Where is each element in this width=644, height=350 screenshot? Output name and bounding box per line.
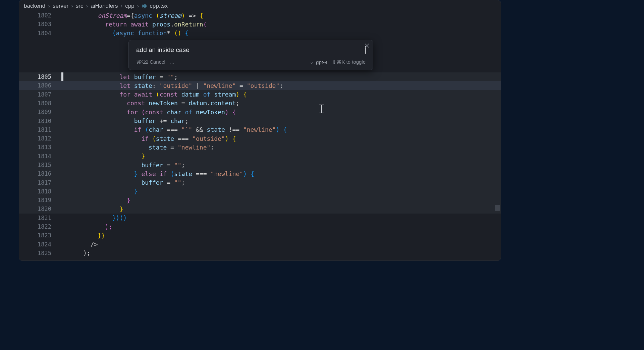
line-number: 1822 — [19, 223, 61, 230]
breadcrumb-sep: › — [137, 3, 139, 9]
line-number: 1813 — [19, 144, 61, 151]
line-number: 1817 — [19, 179, 61, 186]
line-number: 1807 — [19, 91, 61, 98]
code-line[interactable]: 1812 if (state === "outside") { — [19, 134, 501, 143]
code-line[interactable]: 1821 })() — [19, 214, 501, 222]
code-line[interactable]: 1822 ); — [19, 222, 501, 231]
code-line[interactable]: 1819 } — [19, 196, 501, 205]
code-line[interactable]: 1815 buffer = ""; — [19, 161, 501, 169]
line-number: 1808 — [19, 100, 61, 107]
line-number: 1816 — [19, 170, 61, 177]
code-line[interactable]: 1814 } — [19, 152, 501, 161]
line-number: 1818 — [19, 188, 61, 195]
code-line[interactable]: 1818 } — [19, 187, 501, 196]
ai-command-popup: add an inside case ⌘⌫ Cancel ... ⌄ gpt-4… — [128, 40, 373, 70]
breadcrumb-file[interactable]: cpp.tsx — [150, 3, 168, 9]
model-selector[interactable]: ⌄ gpt-4 — [310, 59, 327, 65]
line-number: 1811 — [19, 126, 61, 133]
breadcrumb-part[interactable]: src — [76, 3, 84, 9]
line-number: 1806 — [19, 82, 61, 89]
svg-point-0 — [144, 6, 145, 7]
close-icon[interactable] — [364, 43, 370, 48]
code-line[interactable]: 1804 (async function* () { — [19, 29, 501, 38]
react-file-icon — [142, 3, 147, 9]
toggle-hint: ⇧⌘K to toggle — [332, 59, 366, 65]
code-line[interactable]: 1813 state = "newline"; — [19, 143, 501, 152]
breadcrumb-part[interactable]: backend — [24, 3, 45, 9]
breadcrumb-part[interactable]: aiHandlers — [91, 3, 118, 9]
line-number: 1810 — [19, 118, 61, 124]
line-number: 1802 — [19, 12, 61, 19]
cancel-button[interactable]: ⌘⌫ Cancel — [136, 59, 165, 65]
code-line[interactable]: 1803 return await props.onReturn( — [19, 20, 501, 28]
line-number: 1805 — [19, 73, 61, 80]
code-line[interactable]: 1811 if (char === "`" && state !== "newl… — [19, 125, 501, 134]
code-line[interactable]: 1809 for (const char of newToken) { — [19, 108, 501, 116]
chevron-down-icon: ⌄ — [310, 59, 314, 65]
line-number: 1819 — [19, 197, 61, 203]
code-line[interactable]: 1817 buffer = ""; — [19, 178, 501, 187]
breadcrumb-sep: › — [71, 3, 73, 9]
editor-window: backend › server › src › aiHandlers › cp… — [19, 0, 501, 261]
breadcrumb-sep: › — [120, 3, 122, 9]
line-number: 1812 — [19, 135, 61, 142]
code-line[interactable]: 1823 }} — [19, 231, 501, 240]
line-number: 1814 — [19, 153, 61, 160]
line-number: 1809 — [19, 109, 61, 115]
code-line[interactable]: 1820 } — [19, 205, 501, 213]
breadcrumb-part[interactable]: cpp — [125, 3, 134, 9]
code-line[interactable]: 1825 ); — [19, 249, 501, 257]
line-number: 1824 — [19, 241, 61, 248]
line-number: 1803 — [19, 21, 61, 27]
breadcrumb-sep: › — [86, 3, 88, 9]
code-line[interactable]: 1806 let state: "outside" | "newline" = … — [19, 81, 501, 90]
cursor-line-marker — [61, 72, 63, 81]
line-number: 1820 — [19, 206, 61, 212]
line-number: 1823 — [19, 232, 61, 239]
code-line[interactable]: 1808 const newToken = datum.content; — [19, 99, 501, 108]
line-number: 1804 — [19, 30, 61, 37]
code-line[interactable]: 1807 for await (const datum of stream) { — [19, 90, 501, 99]
breadcrumb-part[interactable]: server — [53, 3, 68, 9]
code-line[interactable]: 1805 let buffer = ""; — [19, 72, 501, 81]
code-line[interactable]: 1816 } else if (state === "newline") { — [19, 169, 501, 178]
code-line[interactable]: 1810 buffer += char; — [19, 116, 501, 125]
ai-prompt-input[interactable]: add an inside case — [136, 46, 365, 54]
breadcrumb-sep: › — [48, 3, 50, 9]
code-line[interactable]: 1802 onStream={async (stream) => { — [19, 11, 501, 20]
line-number: 1825 — [19, 250, 61, 256]
code-line[interactable]: 1824 /> — [19, 240, 501, 249]
more-options[interactable]: ... — [170, 59, 174, 65]
breadcrumb: backend › server › src › aiHandlers › cp… — [19, 0, 501, 10]
line-number: 1821 — [19, 215, 61, 221]
scrollbar-thumb[interactable] — [495, 205, 500, 211]
line-number: 1815 — [19, 162, 61, 168]
